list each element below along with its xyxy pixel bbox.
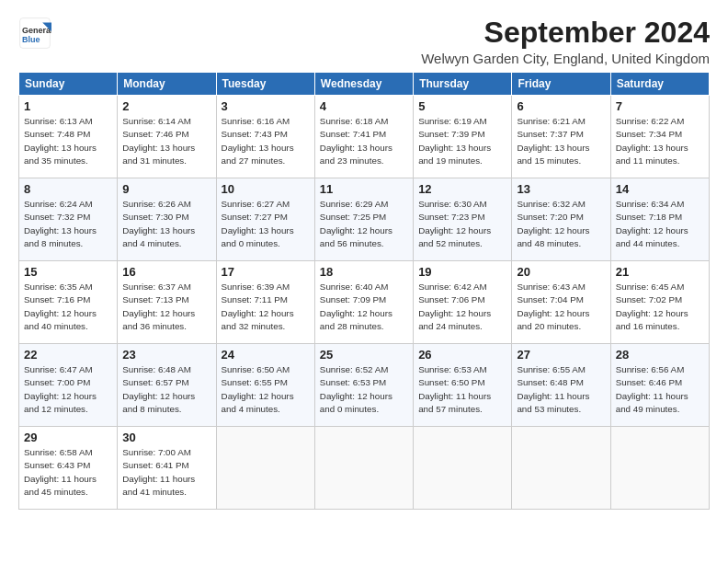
day-number: 22 bbox=[24, 348, 112, 362]
calendar-cell: 8Sunrise: 6:24 AM Sunset: 7:32 PM Daylig… bbox=[19, 178, 118, 261]
calendar-cell bbox=[512, 427, 610, 510]
svg-text:Blue: Blue bbox=[22, 35, 40, 44]
day-number: 12 bbox=[418, 182, 506, 196]
calendar-cell: 15Sunrise: 6:35 AM Sunset: 7:16 PM Dayli… bbox=[19, 261, 118, 344]
day-info: Sunrise: 6:43 AM Sunset: 7:04 PM Dayligh… bbox=[517, 281, 605, 333]
day-info: Sunrise: 6:47 AM Sunset: 7:00 PM Dayligh… bbox=[24, 363, 112, 416]
calendar-cell: 22Sunrise: 6:47 AM Sunset: 7:00 PM Dayli… bbox=[19, 344, 118, 427]
calendar-cell: 21Sunrise: 6:45 AM Sunset: 7:02 PM Dayli… bbox=[610, 261, 709, 344]
calendar-cell: 6Sunrise: 6:21 AM Sunset: 7:37 PM Daylig… bbox=[512, 96, 610, 178]
calendar-cell: 5Sunrise: 6:19 AM Sunset: 7:39 PM Daylig… bbox=[414, 96, 512, 178]
calendar-week-row: 22Sunrise: 6:47 AM Sunset: 7:00 PM Dayli… bbox=[19, 344, 710, 427]
day-info: Sunrise: 6:13 AM Sunset: 7:48 PM Dayligh… bbox=[24, 115, 112, 167]
weekday-header-sunday: Sunday bbox=[19, 73, 118, 96]
day-info: Sunrise: 6:45 AM Sunset: 7:02 PM Dayligh… bbox=[616, 281, 704, 333]
day-number: 3 bbox=[222, 99, 310, 113]
calendar-cell: 3Sunrise: 6:16 AM Sunset: 7:43 PM Daylig… bbox=[216, 96, 314, 178]
calendar-week-row: 15Sunrise: 6:35 AM Sunset: 7:16 PM Dayli… bbox=[19, 261, 710, 344]
day-number: 9 bbox=[122, 182, 210, 196]
calendar-cell: 2Sunrise: 6:14 AM Sunset: 7:46 PM Daylig… bbox=[118, 96, 216, 178]
calendar-cell: 23Sunrise: 6:48 AM Sunset: 6:57 PM Dayli… bbox=[118, 344, 216, 427]
day-info: Sunrise: 6:26 AM Sunset: 7:30 PM Dayligh… bbox=[122, 198, 210, 250]
calendar-cell bbox=[610, 427, 709, 510]
calendar-week-row: 8Sunrise: 6:24 AM Sunset: 7:32 PM Daylig… bbox=[19, 178, 710, 261]
calendar-cell: 10Sunrise: 6:27 AM Sunset: 7:27 PM Dayli… bbox=[216, 178, 314, 261]
day-info: Sunrise: 6:19 AM Sunset: 7:39 PM Dayligh… bbox=[418, 115, 506, 167]
logo: General Blue bbox=[18, 17, 53, 50]
day-number: 19 bbox=[418, 265, 506, 279]
day-info: Sunrise: 6:22 AM Sunset: 7:34 PM Dayligh… bbox=[616, 115, 704, 167]
day-info: Sunrise: 6:50 AM Sunset: 6:55 PM Dayligh… bbox=[222, 363, 310, 416]
day-number: 6 bbox=[517, 99, 605, 113]
calendar-cell: 30Sunrise: 7:00 AM Sunset: 6:41 PM Dayli… bbox=[118, 427, 216, 510]
day-info: Sunrise: 6:16 AM Sunset: 7:43 PM Dayligh… bbox=[222, 115, 310, 167]
calendar-cell: 28Sunrise: 6:56 AM Sunset: 6:46 PM Dayli… bbox=[610, 344, 709, 427]
day-number: 7 bbox=[616, 99, 704, 113]
calendar-cell: 13Sunrise: 6:32 AM Sunset: 7:20 PM Dayli… bbox=[512, 178, 610, 261]
weekday-header-tuesday: Tuesday bbox=[216, 73, 314, 96]
day-number: 18 bbox=[320, 265, 408, 279]
day-number: 4 bbox=[320, 99, 408, 113]
day-info: Sunrise: 6:21 AM Sunset: 7:37 PM Dayligh… bbox=[517, 115, 605, 167]
calendar-cell bbox=[314, 427, 413, 510]
day-info: Sunrise: 6:34 AM Sunset: 7:18 PM Dayligh… bbox=[616, 198, 704, 250]
day-info: Sunrise: 6:32 AM Sunset: 7:20 PM Dayligh… bbox=[517, 198, 605, 250]
day-number: 5 bbox=[418, 99, 506, 113]
day-number: 13 bbox=[517, 182, 605, 196]
day-number: 1 bbox=[24, 99, 112, 113]
day-info: Sunrise: 6:35 AM Sunset: 7:16 PM Dayligh… bbox=[24, 281, 112, 333]
calendar-cell: 29Sunrise: 6:58 AM Sunset: 6:43 PM Dayli… bbox=[19, 427, 118, 510]
weekday-header-friday: Friday bbox=[512, 73, 610, 96]
location-title: Welwyn Garden City, England, United King… bbox=[421, 51, 710, 66]
calendar-cell: 1Sunrise: 6:13 AM Sunset: 7:48 PM Daylig… bbox=[19, 96, 118, 178]
day-number: 10 bbox=[222, 182, 310, 196]
weekday-header-wednesday: Wednesday bbox=[314, 73, 413, 96]
calendar-cell: 7Sunrise: 6:22 AM Sunset: 7:34 PM Daylig… bbox=[610, 96, 709, 178]
day-number: 14 bbox=[616, 182, 704, 196]
calendar-table: SundayMondayTuesdayWednesdayThursdayFrid… bbox=[18, 72, 710, 510]
calendar-cell: 4Sunrise: 6:18 AM Sunset: 7:41 PM Daylig… bbox=[314, 96, 413, 178]
calendar-cell: 20Sunrise: 6:43 AM Sunset: 7:04 PM Dayli… bbox=[512, 261, 610, 344]
calendar-cell bbox=[216, 427, 314, 510]
calendar-cell: 14Sunrise: 6:34 AM Sunset: 7:18 PM Dayli… bbox=[610, 178, 709, 261]
calendar-cell: 12Sunrise: 6:30 AM Sunset: 7:23 PM Dayli… bbox=[414, 178, 512, 261]
day-info: Sunrise: 6:30 AM Sunset: 7:23 PM Dayligh… bbox=[418, 198, 506, 250]
day-number: 25 bbox=[320, 348, 408, 362]
calendar-week-row: 1Sunrise: 6:13 AM Sunset: 7:48 PM Daylig… bbox=[19, 96, 710, 178]
weekday-header-row: SundayMondayTuesdayWednesdayThursdayFrid… bbox=[19, 73, 710, 96]
calendar-cell: 27Sunrise: 6:55 AM Sunset: 6:48 PM Dayli… bbox=[512, 344, 610, 427]
day-number: 17 bbox=[222, 265, 310, 279]
day-info: Sunrise: 6:58 AM Sunset: 6:43 PM Dayligh… bbox=[24, 446, 112, 499]
title-block: September 2024 Welwyn Garden City, Engla… bbox=[421, 17, 710, 66]
day-info: Sunrise: 6:24 AM Sunset: 7:32 PM Dayligh… bbox=[24, 198, 112, 250]
calendar-cell bbox=[414, 427, 512, 510]
calendar-cell: 26Sunrise: 6:53 AM Sunset: 6:50 PM Dayli… bbox=[414, 344, 512, 427]
day-number: 30 bbox=[122, 431, 210, 444]
calendar-cell: 9Sunrise: 6:26 AM Sunset: 7:30 PM Daylig… bbox=[118, 178, 216, 261]
day-info: Sunrise: 6:53 AM Sunset: 6:50 PM Dayligh… bbox=[418, 363, 506, 416]
day-info: Sunrise: 6:39 AM Sunset: 7:11 PM Dayligh… bbox=[222, 281, 310, 333]
day-number: 29 bbox=[24, 431, 112, 444]
day-info: Sunrise: 6:14 AM Sunset: 7:46 PM Dayligh… bbox=[122, 115, 210, 167]
day-number: 11 bbox=[320, 182, 408, 196]
day-info: Sunrise: 6:55 AM Sunset: 6:48 PM Dayligh… bbox=[517, 363, 605, 416]
day-number: 16 bbox=[122, 265, 210, 279]
day-info: Sunrise: 6:48 AM Sunset: 6:57 PM Dayligh… bbox=[122, 363, 210, 416]
month-title: September 2024 bbox=[421, 17, 710, 49]
day-info: Sunrise: 6:52 AM Sunset: 6:53 PM Dayligh… bbox=[320, 363, 408, 416]
weekday-header-saturday: Saturday bbox=[610, 73, 709, 96]
day-info: Sunrise: 6:56 AM Sunset: 6:46 PM Dayligh… bbox=[616, 363, 704, 416]
day-number: 21 bbox=[616, 265, 704, 279]
day-number: 26 bbox=[418, 348, 506, 362]
calendar-cell: 25Sunrise: 6:52 AM Sunset: 6:53 PM Dayli… bbox=[314, 344, 413, 427]
calendar-cell: 16Sunrise: 6:37 AM Sunset: 7:13 PM Dayli… bbox=[118, 261, 216, 344]
day-info: Sunrise: 6:40 AM Sunset: 7:09 PM Dayligh… bbox=[320, 281, 408, 333]
day-number: 15 bbox=[24, 265, 112, 279]
calendar-cell: 19Sunrise: 6:42 AM Sunset: 7:06 PM Dayli… bbox=[414, 261, 512, 344]
day-info: Sunrise: 7:00 AM Sunset: 6:41 PM Dayligh… bbox=[122, 446, 210, 499]
day-number: 24 bbox=[222, 348, 310, 362]
weekday-header-thursday: Thursday bbox=[414, 73, 512, 96]
day-number: 2 bbox=[122, 99, 210, 113]
day-info: Sunrise: 6:42 AM Sunset: 7:06 PM Dayligh… bbox=[418, 281, 506, 333]
day-info: Sunrise: 6:27 AM Sunset: 7:27 PM Dayligh… bbox=[222, 198, 310, 250]
